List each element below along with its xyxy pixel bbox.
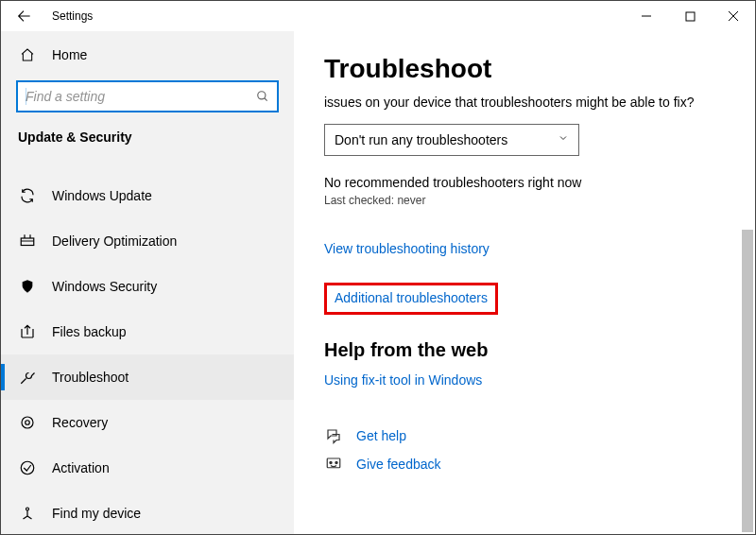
status-text: No recommended troubleshooters right now (324, 175, 738, 190)
sidebar-item-label: Troubleshoot (52, 370, 129, 385)
svg-point-11 (330, 461, 332, 463)
main-panel: Troubleshoot issues on your device that … (294, 31, 755, 534)
help-web-link[interactable]: Using fix-it tool in Windows (324, 372, 738, 388)
give-feedback-link[interactable]: Give feedback (356, 457, 441, 472)
svg-rect-6 (21, 238, 34, 246)
sidebar-item-find-my-device[interactable]: Find my device (1, 491, 294, 535)
sidebar-item-label: Windows Security (52, 279, 157, 294)
sidebar-item-label: Windows Update (52, 188, 152, 203)
search-icon (249, 90, 277, 103)
intro-text: issues on your device that troubleshoote… (324, 94, 738, 112)
sidebar-item-activation[interactable]: Activation (1, 445, 294, 491)
help-heading: Help from the web (324, 339, 738, 361)
sidebar-item-home[interactable]: Home (1, 37, 294, 73)
search-input[interactable] (16, 80, 279, 112)
sidebar-item-files-backup[interactable]: Files backup (1, 309, 294, 354)
sidebar-item-windows-update[interactable]: Windows Update (1, 173, 294, 218)
svg-line-5 (265, 98, 267, 101)
svg-point-8 (21, 461, 34, 475)
sidebar-item-label: Files backup (52, 324, 127, 339)
backup-icon (18, 323, 37, 340)
sidebar: Home Update & Security Windows Update De… (1, 31, 294, 534)
back-button[interactable] (16, 9, 31, 24)
sidebar-item-troubleshoot[interactable]: Troubleshoot (1, 354, 294, 400)
troubleshooter-mode-dropdown[interactable]: Don't run any troubleshooters (324, 124, 579, 156)
dropdown-value: Don't run any troubleshooters (335, 132, 507, 147)
sync-icon (18, 187, 37, 204)
get-help-link[interactable]: Get help (356, 428, 406, 443)
location-icon (18, 505, 37, 522)
get-help-row[interactable]: Get help (324, 422, 738, 450)
window-title: Settings (52, 9, 93, 23)
titlebar: Settings (1, 1, 755, 31)
give-feedback-row[interactable]: Give feedback (324, 450, 738, 478)
minimize-button[interactable] (625, 1, 668, 31)
home-icon (18, 47, 37, 62)
additional-troubleshooters-link[interactable]: Additional troubleshooters (335, 290, 488, 305)
page-title: Troubleshoot (324, 54, 738, 84)
sidebar-item-delivery-optimization[interactable]: Delivery Optimization (1, 218, 294, 264)
feedback-icon (324, 456, 343, 473)
last-checked-text: Last checked: never (324, 194, 738, 207)
svg-point-9 (26, 508, 29, 510)
sidebar-item-label: Activation (52, 460, 110, 475)
svg-point-4 (258, 92, 266, 99)
check-circle-icon (18, 459, 37, 476)
sidebar-item-windows-security[interactable]: Windows Security (1, 264, 294, 309)
sidebar-home-label: Home (52, 47, 87, 62)
chevron-down-icon (558, 132, 569, 147)
optimization-icon (18, 233, 37, 250)
sidebar-item-label: Delivery Optimization (52, 233, 177, 249)
sidebar-item-recovery[interactable]: Recovery (1, 400, 294, 445)
wrench-icon (18, 369, 37, 386)
sidebar-item-label: Recovery (52, 415, 108, 430)
sidebar-section-title: Update & Security (1, 126, 294, 154)
close-button[interactable] (712, 1, 755, 31)
maximize-button[interactable] (668, 1, 712, 31)
svg-point-7 (26, 421, 30, 425)
recovery-icon (18, 414, 37, 431)
scrollbar-thumb[interactable] (742, 230, 753, 532)
sidebar-item-label: Find my device (52, 506, 141, 521)
shield-icon (18, 278, 37, 295)
highlight-annotation: Additional troubleshooters (324, 283, 498, 315)
chat-icon (324, 427, 343, 444)
svg-point-12 (335, 461, 337, 463)
svg-rect-1 (686, 12, 695, 21)
view-history-link[interactable]: View troubleshooting history (324, 241, 738, 256)
